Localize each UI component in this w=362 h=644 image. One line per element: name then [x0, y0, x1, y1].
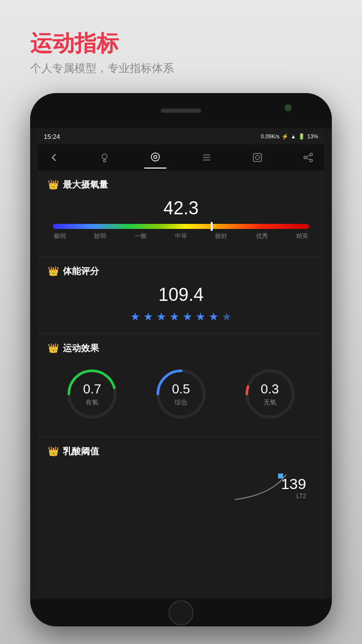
status-time: 15:24 [44, 133, 60, 140]
anaerobic-gauge: 0.3 无氧 [242, 366, 298, 422]
lactate-value: 139 [281, 475, 306, 493]
svg-point-1 [151, 153, 159, 161]
combined-number: 0.5 [172, 381, 190, 397]
bar-label-4: 较好 [215, 232, 227, 240]
vo2max-bar-container: 极弱 较弱 一般 中等 较好 优秀 精英 [53, 224, 309, 240]
nav-share-icon[interactable] [297, 146, 319, 169]
page-subtitle: 个人专属模型，专业指标体系 [30, 61, 174, 76]
status-bar: 15:24 0.09K/s ⚡ ▲ 🔋 13% [38, 128, 324, 144]
phone-camera [285, 104, 292, 111]
svg-rect-6 [253, 153, 261, 162]
lactate-title-row: 👑 乳酸阈值 [48, 445, 314, 457]
bar-labels: 极弱 较弱 一般 中等 较好 优秀 精英 [53, 232, 309, 240]
home-button[interactable] [168, 600, 194, 625]
svg-point-8 [310, 153, 312, 156]
nav-list-icon[interactable] [196, 146, 218, 169]
aerobic-sublabel: 有氧 [83, 398, 101, 407]
phone-speaker [161, 109, 201, 113]
effect-label: 运动效果 [63, 342, 99, 354]
star-4: ★ [169, 310, 179, 324]
svg-point-0 [102, 154, 107, 159]
page-header: 运动指标 个人专属模型，专业指标体系 [30, 30, 174, 76]
vo2max-section: 👑 最大摄氧量 42.3 极弱 较弱 一般 中等 较好 优秀 精英 [38, 171, 324, 257]
lactate-value-container: 139 LT2 [281, 475, 306, 500]
screen-content[interactable]: 👑 最大摄氧量 42.3 极弱 较弱 一般 中等 较好 优秀 精英 [38, 171, 324, 599]
star-8: ★ [222, 310, 232, 324]
fitness-section: 👑 体能评分 109.4 ★ ★ ★ ★ ★ ★ ★ ★ [38, 257, 324, 334]
exercise-effect-section: 👑 运动效果 [38, 334, 324, 437]
stars-row: ★ ★ ★ ★ ★ ★ ★ ★ [48, 310, 314, 324]
aerobic-gauge: 0.7 有氧 [64, 366, 120, 422]
combined-sublabel: 综合 [172, 398, 190, 407]
svg-point-10 [310, 159, 312, 162]
svg-line-12 [306, 158, 310, 160]
nav-back-button[interactable] [43, 146, 65, 169]
anaerobic-value: 0.3 无氧 [261, 381, 279, 407]
crown-icon-vo2max: 👑 [48, 179, 59, 190]
lactate-sublabel: LT2 [281, 493, 306, 500]
fitness-title-row: 👑 体能评分 [48, 265, 314, 277]
status-right: 0.09K/s ⚡ ▲ 🔋 13% [261, 133, 318, 140]
bar-label-1: 较弱 [94, 232, 106, 240]
star-1: ★ [130, 310, 140, 324]
bar-label-3: 中等 [175, 232, 187, 240]
battery-percent: 13% [307, 133, 318, 139]
phone-top-bezel [30, 93, 332, 128]
vo2max-indicator [211, 222, 213, 231]
star-5: ★ [183, 310, 193, 324]
anaerobic-item: 0.3 无氧 [242, 366, 298, 422]
nav-map-icon[interactable] [94, 146, 116, 169]
bar-label-2: 一般 [135, 232, 147, 240]
effect-title-row: 👑 运动效果 [48, 342, 314, 354]
svg-line-11 [306, 155, 310, 157]
effect-circles: 0.7 有氧 0.5 [48, 361, 314, 427]
aerobic-number: 0.7 [83, 381, 101, 397]
vo2max-label: 最大摄氧量 [63, 179, 108, 191]
phone-frame: 15:24 0.09K/s ⚡ ▲ 🔋 13% [30, 93, 332, 626]
wifi-icon: ▲ [291, 133, 296, 139]
nav-search-icon[interactable] [246, 146, 268, 169]
vo2max-color-bar [53, 224, 309, 229]
anaerobic-number: 0.3 [261, 381, 279, 397]
lactate-section: 👑 乳酸阈值 139 LT2 [38, 437, 324, 515]
bar-label-6: 精英 [296, 232, 308, 240]
fitness-label: 体能评分 [63, 265, 99, 277]
vo2max-value: 42.3 [48, 198, 314, 219]
phone-screen: 15:24 0.09K/s ⚡ ▲ 🔋 13% [38, 128, 324, 599]
nav-bar [38, 144, 324, 171]
nav-activity-icon[interactable] [144, 146, 166, 169]
combined-item: 0.5 综合 [153, 366, 209, 422]
vo2max-title-row: 👑 最大摄氧量 [48, 179, 314, 191]
lactate-label: 乳酸阈值 [63, 445, 99, 457]
bluetooth-icon: ⚡ [282, 133, 289, 140]
crown-icon-effect: 👑 [48, 343, 59, 354]
crown-icon-fitness: 👑 [48, 266, 59, 277]
network-speed: 0.09K/s [261, 133, 280, 139]
bar-label-5: 优秀 [256, 232, 268, 240]
aerobic-item: 0.7 有氧 [64, 366, 120, 422]
phone-bottom-bezel [30, 599, 332, 626]
aerobic-value: 0.7 有氧 [83, 381, 101, 407]
fitness-score-value: 109.4 [48, 284, 314, 305]
svg-point-7 [255, 155, 259, 159]
crown-icon-lactate: 👑 [48, 446, 59, 457]
combined-value: 0.5 综合 [172, 381, 190, 407]
page-title: 运动指标 [30, 30, 174, 57]
star-3: ★ [156, 310, 166, 324]
bar-label-0: 极弱 [54, 232, 66, 240]
star-2: ★ [143, 310, 153, 324]
star-7: ★ [209, 310, 219, 324]
anaerobic-sublabel: 无氧 [261, 398, 279, 407]
svg-point-2 [154, 155, 157, 158]
battery-icon: 🔋 [298, 133, 305, 140]
svg-point-9 [304, 156, 306, 159]
star-6: ★ [196, 310, 206, 324]
lactate-chart: 139 LT2 [48, 464, 314, 510]
combined-gauge: 0.5 综合 [153, 366, 209, 422]
